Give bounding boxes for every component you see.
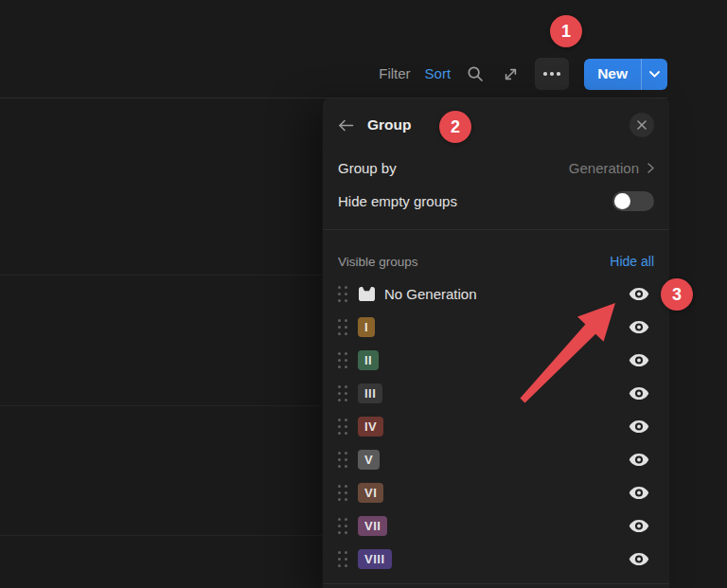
group-badge: V [358,450,380,470]
eye-icon[interactable] [629,320,649,334]
group-badge: VIII [358,549,392,569]
group-badge: VII [358,516,387,536]
chevron-right-icon [647,163,654,173]
panel-title: Group [367,116,412,134]
expand-icon[interactable] [500,63,521,84]
eye-icon[interactable] [629,353,649,367]
toggle-knob [614,193,630,209]
back-arrow-icon[interactable] [338,119,354,132]
eye-icon[interactable] [629,453,649,467]
view-toolbar: Filter Sort New [0,57,667,91]
group-row: VIII [338,543,654,576]
new-button-label[interactable]: New [584,59,641,90]
chevron-down-icon[interactable] [642,59,667,90]
hide-all-button[interactable]: Hide all [610,254,654,269]
inbox-icon [358,286,376,302]
group-row: III [338,377,654,410]
drag-handle-icon[interactable] [338,518,347,534]
search-icon[interactable] [465,63,486,84]
drag-handle-icon[interactable] [338,419,347,435]
annotation-step-3: 3 [661,278,693,311]
visible-groups-header: Visible groups Hide all [338,245,654,277]
drag-handle-icon[interactable] [338,385,347,401]
sort-button[interactable]: Sort [425,57,452,91]
visible-groups-list: No Generation I II III IV [338,277,654,576]
new-button[interactable]: New [584,59,667,90]
hide-empty-groups-row: Hide empty groups [338,185,654,218]
group-row: VI [338,476,654,509]
group-by-row[interactable]: Group by Generation [338,151,654,185]
eye-icon[interactable] [629,419,649,434]
eye-icon[interactable] [629,287,649,301]
drag-handle-icon[interactable] [338,485,347,501]
hide-empty-groups-toggle[interactable] [612,191,654,211]
close-icon[interactable] [629,113,654,137]
group-label: No Generation [384,286,477,302]
annotation-step-2: 2 [439,111,471,143]
group-row: II [338,344,654,377]
drag-handle-icon[interactable] [338,286,347,302]
eye-icon[interactable] [629,486,649,500]
filter-button[interactable]: Filter [379,57,410,91]
more-options-button[interactable] [535,58,569,90]
panel-divider [323,229,669,230]
drag-handle-icon[interactable] [338,452,347,468]
eye-icon[interactable] [629,386,649,401]
group-options-panel: Group Group by Generation Hide empty gro… [323,98,669,588]
drag-handle-icon[interactable] [338,551,347,567]
hide-empty-groups-label: Hide empty groups [338,193,457,209]
group-badge: VI [358,483,383,503]
group-row: V [338,443,654,476]
panel-divider [323,583,669,584]
group-badge: IV [358,417,383,437]
group-row: I [338,311,654,344]
eye-icon[interactable] [629,552,649,566]
more-icon [550,72,554,76]
eye-icon[interactable] [629,519,649,533]
more-icon [543,72,547,76]
group-badge: III [358,383,382,403]
group-row: VII [338,509,654,543]
panel-header: Group [338,98,654,151]
group-by-value: Generation [569,160,639,176]
group-badge: II [358,350,379,370]
drag-handle-icon[interactable] [338,319,347,335]
annotation-step-1: 1 [550,15,582,47]
more-icon [557,72,560,76]
group-badge: I [358,317,375,337]
group-by-label: Group by [338,160,397,176]
visible-groups-label: Visible groups [338,255,418,269]
group-row: IV [338,410,654,443]
group-row: No Generation [338,277,654,311]
drag-handle-icon[interactable] [338,352,347,368]
